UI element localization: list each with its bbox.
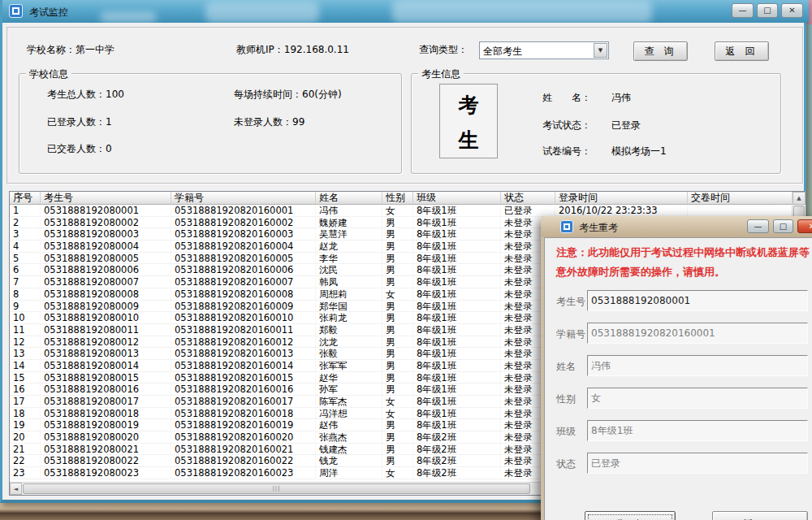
table-cell: 05318881920820160004 bbox=[171, 240, 316, 253]
table-cell: 21 bbox=[10, 444, 41, 456]
table-cell: 05318881920820160011 bbox=[171, 324, 316, 336]
close-button[interactable]: ✕ bbox=[781, 3, 803, 18]
table-cell: 6 bbox=[10, 264, 41, 276]
table-cell: 11 bbox=[10, 324, 41, 336]
table-cell: 8年级1班 bbox=[413, 228, 501, 240]
table-cell: 男 bbox=[382, 431, 413, 444]
table-cell: 8年级1班 bbox=[413, 312, 501, 324]
dialog-maximize-button[interactable]: □ bbox=[773, 219, 793, 233]
query-button[interactable]: 查 询 bbox=[633, 41, 688, 61]
dialog-titlebar[interactable]: 考生重考 — □ ✕ bbox=[541, 216, 812, 237]
table-cell: 1 bbox=[10, 205, 41, 217]
table-cell: 8 bbox=[10, 288, 41, 301]
column-header[interactable]: 班级 bbox=[413, 192, 501, 205]
table-cell: 8年级2班 bbox=[413, 431, 501, 444]
table-cell: 05318881920820160021 bbox=[171, 444, 316, 456]
table-cell: 女 bbox=[382, 288, 413, 301]
table-cell: 8年级1班 bbox=[413, 384, 501, 396]
gender-field[interactable]: 女 bbox=[587, 388, 808, 409]
table-cell: 男 bbox=[382, 253, 413, 265]
examinee-no-field[interactable]: 0531888192080001 bbox=[587, 290, 808, 311]
table-cell: 05318881920820160010 bbox=[171, 312, 316, 324]
table-cell: 8年级2班 bbox=[413, 467, 501, 479]
horizontal-scroll-thumb[interactable]: ||| bbox=[23, 483, 530, 494]
table-cell: 0531888192080013 bbox=[41, 348, 171, 360]
column-header[interactable]: 考生号 bbox=[41, 192, 171, 205]
table-cell: 19 bbox=[10, 419, 41, 431]
table-cell: 0531888192080001 bbox=[41, 205, 171, 217]
dialog-back-button-label: 返 回 bbox=[744, 512, 776, 520]
table-cell: 张毅 bbox=[316, 348, 382, 360]
back-button[interactable]: 返 回 bbox=[715, 41, 769, 61]
table-cell: 0531888192080015 bbox=[41, 372, 171, 384]
query-type-combobox[interactable]: 全部考生 ▼ bbox=[479, 41, 609, 59]
window-title: 考试监控 bbox=[29, 6, 68, 20]
table-cell: 05318881920820160005 bbox=[171, 253, 316, 265]
scroll-up-icon[interactable]: ▲ bbox=[793, 192, 806, 205]
table-cell: 0531888192080004 bbox=[41, 240, 171, 253]
table-cell: 8年级1班 bbox=[413, 217, 501, 229]
table-cell: 冯伟 bbox=[316, 205, 382, 217]
retake-button[interactable]: 重 考 bbox=[585, 511, 676, 520]
table-cell: 男 bbox=[382, 348, 413, 360]
table-cell: 05318881920820160017 bbox=[171, 396, 316, 408]
name-field[interactable]: 冯伟 bbox=[587, 355, 808, 376]
back-button-label: 返 回 bbox=[726, 42, 758, 60]
table-cell: 男 bbox=[382, 360, 413, 372]
table-cell: 9 bbox=[10, 301, 41, 313]
minimize-button[interactable]: — bbox=[732, 3, 754, 18]
table-cell: 05318881920820160015 bbox=[171, 372, 316, 384]
table-cell: 男 bbox=[382, 324, 413, 336]
table-cell: 12 bbox=[10, 336, 41, 349]
table-cell: 0531888192080005 bbox=[41, 253, 171, 265]
column-header[interactable]: 登录时间 bbox=[555, 192, 688, 205]
table-cell: 05318881920820160006 bbox=[171, 264, 316, 276]
table-cell: 男 bbox=[382, 336, 413, 349]
table-row[interactable]: 1053188819208000105318881920820160001冯伟女… bbox=[10, 205, 793, 217]
dialog-icon bbox=[560, 220, 573, 233]
table-cell: 郑毅 bbox=[316, 324, 382, 336]
student-no-field[interactable]: 05318881920820160001 bbox=[587, 323, 808, 344]
field-label-status: 状态 bbox=[556, 457, 576, 471]
photo-char-top: 考 bbox=[440, 92, 497, 119]
table-cell: 0531888192080003 bbox=[41, 228, 171, 240]
table-cell: 吴慧洋 bbox=[316, 228, 382, 240]
table-cell: 0531888192080018 bbox=[41, 408, 171, 420]
chevron-down-icon[interactable]: ▼ bbox=[594, 43, 607, 58]
column-header[interactable]: 学籍号 bbox=[171, 192, 316, 205]
class-field[interactable]: 8年级1班 bbox=[587, 420, 808, 441]
column-header[interactable]: 性别 bbox=[382, 192, 413, 205]
dialog-body: 注意：此功能仅用于考试过程中网络中断或机器蓝屏等 意外故障时所需要的操作，请慎用… bbox=[544, 237, 812, 520]
table-cell: 8年级1班 bbox=[413, 408, 501, 420]
table-cell: 张燕杰 bbox=[316, 431, 382, 444]
exam-status-value: 已登录 bbox=[611, 119, 641, 132]
status-field[interactable]: 已登录 bbox=[587, 453, 808, 474]
table-cell: 男 bbox=[382, 312, 413, 324]
maximize-button[interactable]: □ bbox=[757, 3, 778, 18]
table-cell: 郑华国 bbox=[316, 301, 382, 313]
table-cell: 女 bbox=[382, 467, 413, 479]
table-cell: 赵龙 bbox=[316, 240, 382, 253]
scroll-left-icon[interactable]: ◄ bbox=[10, 483, 22, 495]
total-students: 考生总人数：100 bbox=[47, 88, 124, 102]
school-info-legend: 学校信息 bbox=[26, 67, 71, 81]
table-cell: 沈民 bbox=[316, 264, 382, 276]
table-cell: 16 bbox=[10, 384, 41, 396]
table-cell: 男 bbox=[382, 228, 413, 240]
dialog-close-button[interactable]: ✕ bbox=[797, 219, 812, 233]
table-cell: 0531888192080007 bbox=[41, 276, 171, 288]
table-cell: 8年级1班 bbox=[413, 324, 501, 336]
column-header[interactable]: 姓名 bbox=[316, 192, 382, 205]
window-titlebar[interactable]: 考试监控 — □ ✕ bbox=[2, 0, 809, 23]
table-cell: 05318881920820160012 bbox=[171, 336, 316, 349]
column-header[interactable]: 状态 bbox=[501, 192, 555, 205]
table-cell: 0531888192080019 bbox=[41, 419, 171, 431]
column-header[interactable]: 交卷时间 bbox=[688, 192, 793, 205]
field-label-class: 班级 bbox=[556, 425, 576, 439]
column-header[interactable]: 序号 bbox=[10, 192, 41, 205]
table-cell: 22 bbox=[10, 455, 41, 467]
table-cell: 05318881920820160023 bbox=[171, 467, 316, 479]
dialog-minimize-button[interactable]: — bbox=[747, 219, 769, 233]
query-type-label: 查询类型： bbox=[419, 43, 468, 57]
dialog-back-button[interactable]: 返 回 bbox=[712, 511, 808, 520]
